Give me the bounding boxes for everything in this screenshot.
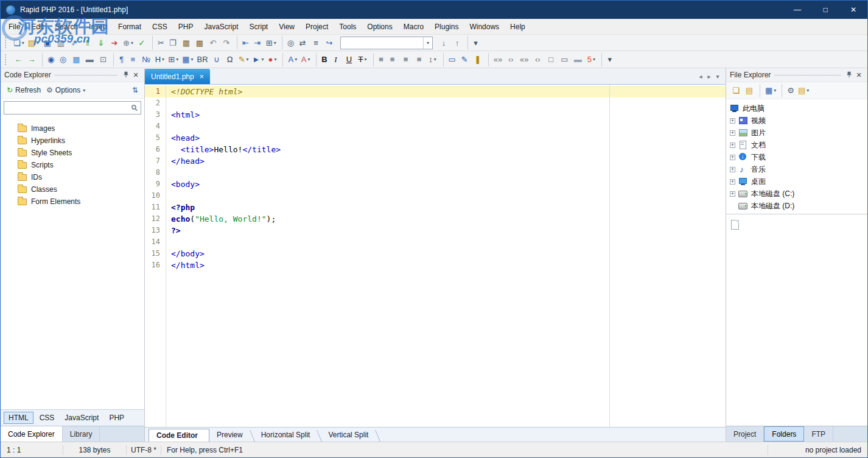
expand-icon[interactable]: + (730, 155, 735, 160)
chevron-down-icon[interactable]: ▾ (22, 40, 24, 46)
menu-item[interactable]: PHP (173, 19, 199, 35)
pin-icon[interactable] (121, 71, 131, 79)
code-line[interactable]: 6 <title>Hello!</title> (145, 144, 726, 155)
save-button[interactable]: ▣ (41, 36, 54, 49)
align-left-button[interactable]: ≡ (373, 53, 385, 66)
view-tab[interactable]: Code Editor (149, 429, 209, 442)
forward-button[interactable]: → (26, 53, 38, 66)
tree-item[interactable]: Classes (1, 183, 144, 196)
align-center-button[interactable]: ≡ (387, 53, 399, 66)
expand-icon[interactable]: + (730, 130, 735, 136)
code-line[interactable]: 15 </body> (145, 248, 726, 259)
new-file-button[interactable]: ❏ (730, 84, 742, 97)
comment-button[interactable]: ⊡ (97, 53, 109, 66)
expand-icon[interactable]: + (730, 191, 735, 197)
panel-tab[interactable]: Code Explorer (1, 426, 63, 442)
expand-icon[interactable]: + (730, 167, 735, 172)
chevron-down-icon[interactable]: ▾ (307, 57, 310, 62)
tab-scroll-left-icon[interactable]: ◂ (696, 73, 705, 80)
insert-shape-button[interactable]: ► ▾ (251, 53, 265, 66)
line-spacing-button[interactable]: ↕ ▾ (427, 53, 439, 66)
undo-button[interactable]: ↶ (207, 36, 219, 49)
tooltip-button[interactable]: ▬ (572, 53, 584, 66)
menu-item[interactable]: Plugins (429, 19, 464, 35)
chevron-down-icon[interactable]: ▾ (162, 57, 164, 62)
file-tree-item[interactable]: + 音乐 (726, 163, 867, 175)
code-line[interactable]: 8 (145, 167, 726, 178)
tree-item[interactable]: Style Sheets (1, 147, 144, 159)
tab-list-icon[interactable]: ▾ (713, 73, 722, 80)
file-tree-item[interactable]: + 图片 (726, 127, 867, 139)
code-line[interactable]: 9 <body> (145, 178, 726, 190)
menu-item[interactable]: Edit (26, 19, 49, 35)
search-box[interactable] (4, 101, 141, 114)
menu-item[interactable]: Insert (83, 19, 113, 35)
tab-close-icon[interactable]: × (200, 72, 204, 81)
strikethrough-button[interactable]: T ▾ (357, 53, 369, 66)
chevron-down-icon[interactable]: ▾ (295, 57, 297, 62)
cut-button[interactable]: ✂ (152, 36, 166, 49)
code-line[interactable]: 7 </head> (145, 155, 726, 167)
menu-item[interactable]: Script (244, 19, 274, 35)
file-tree-item[interactable]: + 桌面 (726, 175, 867, 188)
pin-icon[interactable] (844, 71, 854, 79)
chevron-down-icon[interactable]: ▾ (131, 40, 133, 46)
insert-image-button[interactable]: ▩ (70, 53, 82, 66)
chevron-down-icon[interactable]: ▾ (37, 40, 39, 46)
language-tab[interactable]: HTML (4, 412, 33, 424)
align-right-button[interactable]: ≡ (400, 53, 412, 66)
chevron-down-icon[interactable]: ▾ (274, 57, 276, 62)
tree-item[interactable]: Images (1, 122, 144, 135)
code-line[interactable]: 2 (145, 97, 726, 109)
code-collapse-button[interactable]: ‹› (531, 53, 544, 66)
language-tab[interactable]: CSS (35, 412, 59, 423)
preview-monitor-button[interactable]: ▭ (558, 53, 570, 66)
menu-item[interactable]: Project (300, 19, 334, 35)
paragraph-button[interactable]: ¶ (113, 53, 125, 66)
format-painter-button[interactable]: ❚ (472, 53, 484, 66)
menu-item[interactable]: View (273, 19, 300, 35)
code-line[interactable]: 5 <head> (145, 132, 726, 144)
tree-item[interactable]: Scripts (1, 159, 144, 171)
code-tags-button[interactable]: «» (488, 53, 503, 66)
chevron-down-icon[interactable]: ▾ (247, 57, 249, 62)
toolbar-overflow-button[interactable]: ▾ (467, 36, 480, 49)
panel-tab[interactable]: Library (63, 426, 100, 442)
toolbar-grip[interactable] (5, 37, 7, 48)
menu-item[interactable]: CSS (147, 19, 173, 35)
view-mode-button[interactable]: ▦ ▾ (760, 84, 777, 97)
chevron-down-icon[interactable]: ▾ (365, 57, 367, 62)
div-container-button[interactable]: ▭ (443, 53, 457, 66)
minimize-button[interactable]: — (783, 1, 811, 19)
file-tree-item[interactable]: + 本地磁盘 (C:) (726, 188, 867, 200)
menu-item[interactable]: Tools (334, 19, 362, 35)
chevron-down-icon[interactable]: ▾ (191, 57, 194, 62)
code-tags-collapse-button[interactable]: ‹› (505, 53, 517, 66)
code-line[interactable]: 13 ?> (145, 225, 726, 236)
zoom-button[interactable]: ⊕ ▾ (122, 36, 135, 49)
chevron-down-icon[interactable]: ▾ (261, 57, 264, 62)
code-line[interactable]: 4 (145, 121, 726, 132)
folder-options-button[interactable]: ▤ ▾ (797, 84, 810, 97)
back-button[interactable]: ← (12, 53, 24, 66)
chevron-down-icon[interactable]: ▾ (423, 37, 432, 49)
search-input[interactable] (4, 102, 141, 114)
menu-item[interactable]: Windows (464, 19, 505, 35)
browser-button[interactable]: ◉ (42, 53, 55, 66)
quick-search-combo[interactable]: ▾ (340, 37, 433, 49)
open-folder-button[interactable]: ▤ (743, 84, 755, 97)
find-button[interactable]: ◎ (282, 36, 295, 49)
line-break-button[interactable]: BR (196, 53, 209, 66)
menu-item[interactable]: Macro (398, 19, 429, 35)
chevron-down-icon[interactable]: ▾ (434, 57, 436, 62)
italic-button[interactable]: I (330, 53, 342, 66)
file-tree-item[interactable]: 此电脑 (726, 102, 867, 114)
menu-item[interactable]: Format (113, 19, 147, 35)
draw-button[interactable]: ✎ ▾ (237, 53, 250, 66)
open-file-button[interactable]: ▤ ▾ (27, 36, 40, 49)
bold-button[interactable]: B (316, 53, 328, 66)
spell-check-button[interactable]: ✓ (136, 36, 148, 49)
omega-button[interactable]: Ω (224, 53, 236, 66)
file-tree-item[interactable]: + 文档 (726, 139, 867, 151)
file-tree-item[interactable]: + 下载 (726, 151, 867, 163)
